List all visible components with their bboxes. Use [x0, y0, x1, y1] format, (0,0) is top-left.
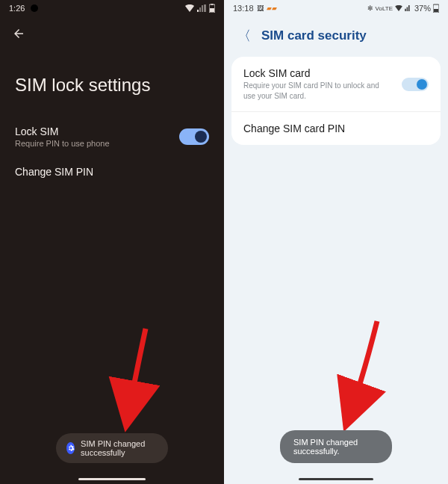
lock-sim-subtitle: Require PIN to use phone [15, 139, 110, 148]
lock-sim-row[interactable]: Lock SIM card Require your SIM card PIN … [231, 57, 441, 111]
page-title: SIM lock settings [0, 43, 224, 117]
lock-sim-subtitle: Require your SIM card PIN to unlock and … [243, 81, 385, 101]
toast-text: SIM PIN changed successfully [81, 439, 158, 457]
status-bar: 13:18 🖼 ▰▰ ✻ VoLTE 37% [224, 0, 448, 16]
toast-text: SIM PIN changed successfully. [293, 438, 379, 456]
change-pin-label: Change SIM PIN [15, 166, 93, 178]
change-pin-row[interactable]: Change SIM PIN [0, 157, 224, 187]
wifi-icon [185, 4, 194, 12]
lock-sim-label: Lock SIM card [243, 67, 385, 79]
battery-icon [209, 4, 215, 13]
header: 〈 SIM card security [224, 16, 448, 52]
status-time: 13:18 [233, 4, 254, 13]
back-chevron-icon[interactable]: 〈 [237, 27, 251, 45]
camera-notch [31, 4, 38, 12]
lock-sim-toggle[interactable] [179, 128, 209, 145]
signal-icon [405, 5, 412, 11]
signal-icon [197, 4, 206, 12]
phone-pixel: 1:26 SIM lock settings Lock SIM Require … [0, 0, 224, 484]
page-title: SIM card security [261, 28, 367, 43]
header [0, 16, 224, 43]
navigation-bar[interactable] [78, 478, 146, 480]
change-pin-row[interactable]: Change SIM card PIN [231, 111, 441, 145]
back-arrow-icon[interactable] [12, 27, 25, 40]
annotation-arrow [90, 321, 157, 436]
toast: SIM PIN changed successfully. [280, 430, 392, 463]
lock-sim-label: Lock SIM [15, 125, 110, 137]
annotation-arrow [321, 314, 388, 436]
lock-sim-row[interactable]: Lock SIM Require PIN to use phone [0, 117, 224, 157]
svg-rect-4 [434, 9, 438, 12]
settings-icon [66, 442, 75, 454]
lock-sim-toggle[interactable] [402, 78, 429, 91]
svg-rect-1 [211, 4, 214, 5]
navigation-bar[interactable] [299, 478, 373, 480]
settings-card: Lock SIM card Require your SIM card PIN … [231, 57, 441, 145]
svg-rect-2 [210, 8, 214, 12]
phone-samsung: 13:18 🖼 ▰▰ ✻ VoLTE 37% 〈 SIM card securi… [224, 0, 448, 484]
change-pin-label: Change SIM card PIN [243, 122, 345, 134]
status-time: 1:26 [9, 4, 25, 13]
battery-icon [433, 4, 439, 13]
toast: SIM PIN changed successfully [56, 433, 168, 463]
status-bar: 1:26 [0, 0, 224, 16]
wifi-icon [395, 5, 402, 11]
battery-percent: 37% [414, 4, 431, 13]
